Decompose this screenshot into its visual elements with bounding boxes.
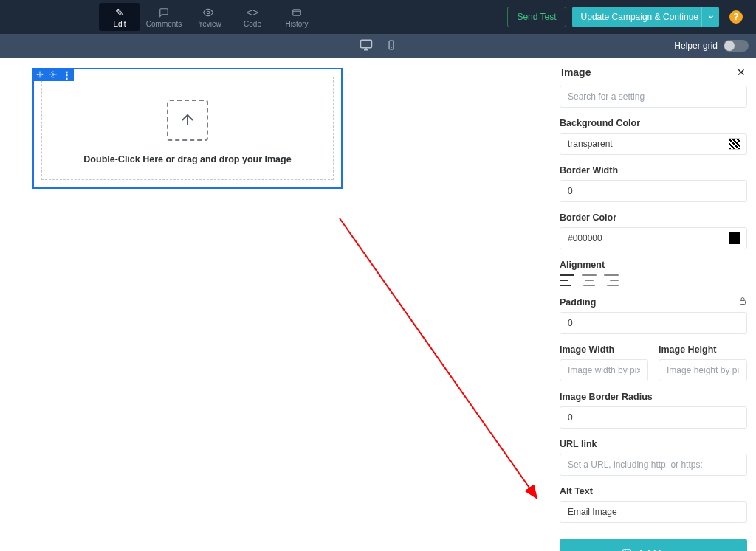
device-bar: Helper grid [0, 34, 756, 58]
bg-color-label: Background Color [560, 118, 747, 128]
image-border-radius-input[interactable] [560, 406, 747, 429]
padding-label-text: Padding [560, 297, 596, 308]
pencil-icon: ✎ [115, 7, 124, 18]
padding-label: Padding [560, 297, 747, 308]
close-icon[interactable]: ✕ [737, 66, 746, 78]
image-width-input[interactable] [560, 359, 648, 381]
image-width-label: Image Width [560, 344, 648, 355]
svg-rect-5 [389, 41, 394, 49]
chevron-down-icon[interactable] [701, 7, 719, 27]
search-setting-input[interactable] [560, 86, 747, 108]
bg-color-value: transparent [568, 139, 613, 149]
tab-edit-label: Edit [113, 20, 126, 28]
alt-text-input[interactable] [560, 501, 747, 523]
border-width-input[interactable] [560, 180, 747, 202]
padding-input[interactable] [560, 312, 747, 334]
black-swatch-icon [729, 232, 740, 244]
upload-icon [167, 100, 208, 141]
helper-grid-toggle[interactable] [724, 40, 749, 52]
bg-color-input[interactable]: transparent [560, 133, 747, 155]
history-icon [292, 7, 302, 18]
panel-title: Image [561, 66, 591, 78]
helper-grid-control: Helper grid [674, 40, 749, 52]
tab-comments-label: Comments [146, 20, 182, 28]
panel-header: Image ✕ [560, 65, 747, 86]
tool-tabs: ✎ Edit Comments Preview <> Code History [97, 0, 319, 34]
widget-toolbar: ⋮ [32, 68, 74, 81]
svg-rect-2 [361, 40, 372, 48]
svg-rect-11 [740, 301, 746, 305]
url-link-input[interactable] [560, 454, 747, 476]
transparent-swatch-icon [729, 138, 740, 150]
helper-grid-label: Helper grid [674, 41, 718, 51]
top-toolbar: ✎ Edit Comments Preview <> Code History … [0, 0, 756, 34]
toggle-knob [724, 41, 735, 51]
send-test-label: Send Test [517, 12, 556, 22]
image-inner: Double-Click Here or drag and drop your … [41, 77, 334, 180]
border-color-label: Border Color [560, 212, 747, 223]
svg-point-0 [207, 11, 210, 14]
gear-icon[interactable] [49, 70, 58, 79]
alignment-row [560, 274, 747, 286]
border-width-label: Border Width [560, 165, 747, 176]
align-center-button[interactable] [582, 274, 597, 286]
alignment-label: Alignment [560, 260, 747, 270]
send-test-button[interactable]: Send Test [507, 7, 566, 27]
image-height-label: Image Height [659, 344, 747, 355]
border-color-input[interactable]: #000000 [560, 227, 747, 249]
comments-icon [159, 7, 169, 18]
desktop-icon[interactable] [360, 38, 373, 54]
image-icon [622, 548, 632, 552]
eye-icon [203, 7, 213, 18]
tab-code-label: Code [244, 20, 261, 28]
tab-preview[interactable]: Preview [188, 3, 229, 31]
workspace: ⋮ Double-Click Here or drag and drop you… [0, 58, 756, 551]
move-icon[interactable] [35, 70, 44, 79]
tab-comments[interactable]: Comments [143, 3, 185, 31]
update-campaign-button[interactable]: Update Campaign & Continue [572, 7, 719, 27]
alt-text-label: Alt Text [560, 486, 747, 496]
image-block[interactable]: Double-Click Here or drag and drop your … [32, 68, 343, 189]
svg-rect-1 [293, 9, 301, 15]
border-color-value: #000000 [568, 233, 602, 243]
tab-history-label: History [285, 20, 308, 28]
image-height-input[interactable] [659, 359, 747, 381]
align-left-button[interactable] [560, 274, 574, 286]
drop-text: Double-Click Here or drag and drop your … [83, 154, 291, 164]
help-label: ? [733, 12, 738, 22]
update-campaign-label: Update Campaign & Continue [581, 12, 698, 22]
image-border-radius-label: Image Border Radius [560, 392, 747, 402]
tab-history[interactable]: History [276, 3, 317, 31]
tab-code[interactable]: <> Code [232, 3, 273, 31]
settings-panel: Image ✕ Background Color transparent Bor… [560, 65, 747, 539]
canvas: ⋮ Double-Click Here or drag and drop you… [32, 68, 343, 189]
help-button[interactable]: ? [729, 10, 743, 24]
code-icon: <> [247, 7, 258, 18]
align-right-button[interactable] [604, 274, 619, 286]
lock-icon[interactable] [738, 297, 747, 308]
svg-point-9 [52, 74, 55, 76]
tab-preview-label: Preview [195, 20, 221, 28]
kebab-icon[interactable]: ⋮ [62, 70, 71, 79]
mobile-icon[interactable] [386, 38, 396, 54]
url-link-label: URL link [560, 439, 747, 449]
add-image-button[interactable]: Add Image [560, 539, 747, 551]
tab-edit[interactable]: ✎ Edit [99, 3, 140, 31]
